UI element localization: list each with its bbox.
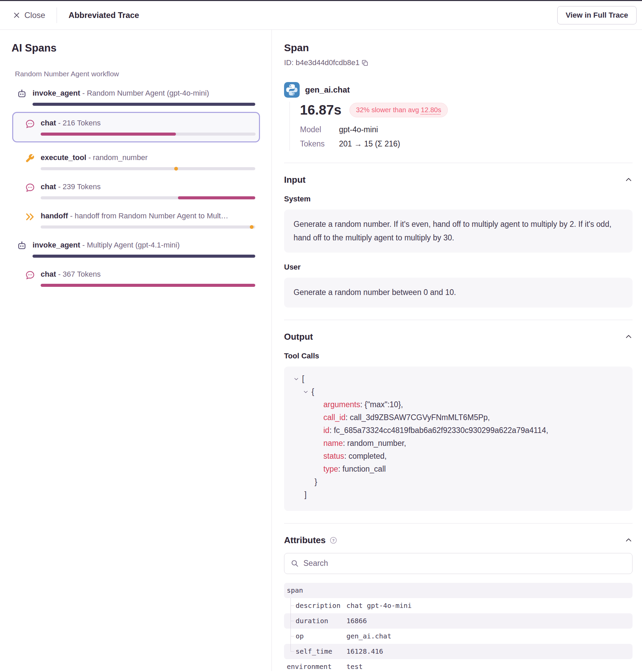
svg-text:?: ? <box>332 538 335 543</box>
span-row-invoke-agent-1[interactable]: invoke_agent - Random Number Agent (gpt-… <box>9 88 255 106</box>
span-row-label: handoff - handoff from Random Number Age… <box>41 211 255 221</box>
close-button[interactable]: Close <box>13 11 45 20</box>
span-row-invoke-agent-2[interactable]: invoke_agent - Multiply Agent (gpt-4.1-m… <box>9 240 255 258</box>
attributes-search-box[interactable] <box>284 553 632 574</box>
span-detail-panel: Span ID: b4e3d44d0fcdb8e1 gen_a <box>272 30 642 671</box>
double-chevron-right-icon <box>24 211 35 223</box>
chevron-up-icon[interactable] <box>625 536 632 544</box>
attr-row-op[interactable]: op gen_ai.chat <box>284 629 632 644</box>
tokens-value: 201 → 15 (Σ 216) <box>339 139 400 149</box>
ai-spans-heading: AI Spans <box>12 42 255 54</box>
span-duration: 16.87s <box>300 102 341 118</box>
chevron-down-icon[interactable] <box>303 389 308 395</box>
topbar-divider <box>56 8 57 23</box>
tree-connector <box>287 629 296 644</box>
span-heading: Span <box>284 42 632 53</box>
span-duration-bar <box>41 284 255 287</box>
attr-row-environment[interactable]: environment test <box>284 659 632 671</box>
avg-duration-link[interactable]: 12.80s <box>421 106 441 114</box>
model-label: Model <box>300 125 339 134</box>
attr-row-description[interactable]: description chat gpt-4o-mini <box>284 598 632 613</box>
span-duration-bar <box>33 255 255 258</box>
span-row-label: execute_tool - random_number <box>41 153 255 163</box>
python-logo-icon <box>284 82 300 98</box>
span-duration-bar <box>33 103 255 106</box>
span-row-label: chat - 367 Tokens <box>41 269 255 279</box>
chevron-up-icon[interactable] <box>625 176 632 184</box>
tree-connector <box>287 644 296 659</box>
robot-icon <box>16 88 27 100</box>
span-row-chat-367[interactable]: chat - 367 Tokens <box>9 269 255 287</box>
search-input[interactable] <box>303 559 626 568</box>
span-row-execute-tool[interactable]: execute_tool - random_number <box>9 153 255 170</box>
span-row-label: chat - 239 Tokens <box>41 182 255 192</box>
attributes-table: span description chat gpt-4o-mini durati… <box>284 583 632 671</box>
span-list: invoke_agent - Random Number Agent (gpt-… <box>9 88 255 287</box>
tree-connector <box>287 613 296 629</box>
top-bar: Close Abbreviated Trace View in Full Tra… <box>0 0 642 30</box>
system-prompt-box: Generate a random number. If it's even, … <box>284 210 632 253</box>
span-row-label: chat - 216 Tokens <box>41 118 256 128</box>
close-label: Close <box>24 11 45 20</box>
span-id-value: ID: b4e3d44d0fcdb8e1 <box>284 58 360 67</box>
speech-bubble-icon <box>24 269 35 281</box>
model-value: gpt-4o-mini <box>339 125 378 134</box>
copy-icon[interactable] <box>361 59 369 67</box>
json-entry: status: completed, <box>323 450 623 463</box>
span-duration-bar <box>41 132 256 136</box>
tool-calls-json-box: [ { arguments: {"max":10}, call_id: call… <box>284 367 632 511</box>
chevron-up-icon[interactable] <box>625 333 632 341</box>
tree-connector <box>287 598 296 613</box>
attr-row-span[interactable]: span <box>284 583 632 598</box>
output-section-heading: Output <box>284 332 313 342</box>
speech-bubble-icon <box>24 118 35 129</box>
span-row-handoff[interactable]: handoff - handoff from Random Number Age… <box>9 211 255 229</box>
user-prompt-box: Generate a random number between 0 and 1… <box>284 278 632 307</box>
magnifier-icon <box>291 559 299 568</box>
span-row-label: invoke_agent - Random Number Agent (gpt-… <box>33 88 255 98</box>
json-entry: arguments: {"max":10}, <box>323 398 623 411</box>
tool-calls-label: Tool Calls <box>284 352 632 360</box>
ai-spans-panel: AI Spans Random Number Agent workflow in… <box>0 30 272 671</box>
section-divider <box>284 163 632 163</box>
span-duration-bar <box>41 226 255 229</box>
span-duration-bar <box>41 196 255 199</box>
span-row-chat-239[interactable]: chat - 239 Tokens <box>9 182 255 199</box>
robot-icon <box>16 240 27 252</box>
page-title: Abbreviated Trace <box>68 11 139 20</box>
attr-row-self-time[interactable]: self_time 16128.416 <box>284 644 632 659</box>
json-entry: call_id: call_3d9ZBSAW7CGVyFNmMLT6M5Pp, <box>323 411 623 424</box>
user-label: User <box>284 263 632 271</box>
span-row-label: invoke_agent - Multiply Agent (gpt-4.1-m… <box>33 240 255 250</box>
section-divider <box>284 523 632 523</box>
tokens-label: Tokens <box>300 139 339 149</box>
close-icon <box>13 12 20 19</box>
attr-row-duration[interactable]: duration 16866 <box>284 613 632 629</box>
span-duration-bar <box>41 167 255 170</box>
system-label: System <box>284 194 632 203</box>
view-in-full-trace-button[interactable]: View in Full Trace <box>557 6 637 24</box>
json-entry: type: function_call <box>323 463 623 476</box>
speech-bubble-icon <box>24 182 35 193</box>
question-mark-circle-icon[interactable]: ? <box>329 536 338 545</box>
json-entry: id: fc_685a73324cc4819fbab6a62f92330c930… <box>323 424 623 437</box>
span-op-name: gen_ai.chat <box>305 85 350 94</box>
json-entry: name: random_number, <box>323 437 623 450</box>
chevron-down-icon[interactable] <box>294 376 299 382</box>
slower-than-avg-badge: 32% slower than avg 12.80s <box>349 103 447 117</box>
workflow-label: Random Number Agent workflow <box>15 70 255 78</box>
attributes-section-heading: Attributes <box>284 535 326 546</box>
section-divider <box>284 320 632 320</box>
input-section-heading: Input <box>284 175 306 185</box>
wrench-icon <box>24 153 35 164</box>
span-row-chat-216-selected[interactable]: chat - 216 Tokens <box>12 112 260 142</box>
